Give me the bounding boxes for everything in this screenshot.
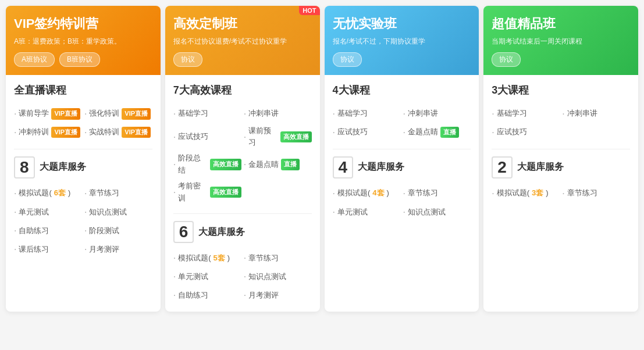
course-grid: 基础学习冲刺串讲应试技巧 xyxy=(492,106,630,140)
service-item: 月考测评 xyxy=(244,287,312,303)
course-item: 应试技巧 xyxy=(492,125,560,140)
header-buttons: 协议 xyxy=(333,52,471,67)
course-item: 冲刺串讲 xyxy=(244,106,312,122)
service-title: 大题库服务 xyxy=(40,161,86,173)
course-item: 金题点睛直播 xyxy=(403,125,471,140)
course-item-text: 考前密训 xyxy=(178,180,207,205)
course-item-text: 金题点睛 xyxy=(408,126,438,138)
section-divider xyxy=(333,149,471,149)
course-badge: 直播 xyxy=(281,159,300,170)
service-item: 自助练习 xyxy=(173,287,241,303)
course-grid: 基础学习冲刺串讲应试技巧课前预习高效直播阶段总结高效直播金题点睛直播考前密训高效… xyxy=(173,106,312,204)
course-item: 阶段总结高效直播 xyxy=(173,152,241,177)
course-item: 冲刺串讲 xyxy=(562,106,630,122)
course-badge: 直播 xyxy=(440,127,459,138)
service-highlight: 6套 xyxy=(54,187,66,199)
service-grid: 模拟试题(5套)章节练习单元测试知识点测试自助练习月考测评 xyxy=(173,250,312,303)
main-container: VIP签约特训营A班：退费政策；B班：重学政策。A班协议B班协议全直播课程课前导… xyxy=(6,6,638,312)
header-buttons: 协议 xyxy=(173,52,312,67)
course-badge: 高效直播 xyxy=(210,187,241,198)
course-badge: VIP直播 xyxy=(122,108,151,120)
card-subtitle: 当期考试结束后一周关闭课程 xyxy=(492,36,630,47)
card-chaozhi: 超值精品班当期考试结束后一周关闭课程协议3大课程基础学习冲刺串讲应试技巧2大题库… xyxy=(483,6,638,312)
service-item: 自助练习 xyxy=(14,223,82,238)
service-grid: 模拟试题(4套)章节练习单元测试知识点测试 xyxy=(333,185,471,220)
section-divider xyxy=(14,149,152,149)
service-title: 大题库服务 xyxy=(517,161,564,173)
agreement-button[interactable]: 协议 xyxy=(492,52,521,67)
service-num-title: 4大题库服务 xyxy=(333,156,471,178)
service-item: 章节练习 xyxy=(84,185,152,201)
course-item-text: 基础学习 xyxy=(497,108,527,120)
course-badge: 高效直播 xyxy=(280,131,312,143)
course-grid: 课前导学VIP直播强化特训VIP直播冲刺特训VIP直播实战特训VIP直播 xyxy=(14,106,152,140)
course-item-text: 基础学习 xyxy=(178,108,208,120)
card-subtitle: 报名/考试不过，下期协议重学 xyxy=(333,36,471,47)
service-item: 课后练习 xyxy=(14,241,82,257)
service-item: 章节练习 xyxy=(562,185,630,201)
service-item: 模拟试题(5套) xyxy=(173,250,241,266)
service-item: 阶段测试 xyxy=(84,223,152,238)
course-item: 应试技巧 xyxy=(173,125,241,149)
course-section-title: 7大高效课程 xyxy=(173,83,312,99)
card-header-wuyou: 无忧实验班报名/考试不过，下期协议重学协议 xyxy=(325,6,479,75)
course-item-text: 强化特训 xyxy=(89,108,119,120)
card-title: 超值精品班 xyxy=(492,15,630,33)
card-title: VIP签约特训营 xyxy=(14,15,152,33)
course-item: 考前密训高效直播 xyxy=(173,180,241,205)
service-count: 8 xyxy=(14,156,35,178)
card-body-chaozhi: 3大课程基础学习冲刺串讲应试技巧2大题库服务模拟试题(3套)章节练习 xyxy=(483,75,638,209)
card-title: 无忧实验班 xyxy=(333,15,471,33)
service-highlight: 4套 xyxy=(372,187,384,199)
course-badge: 高效直播 xyxy=(210,159,241,170)
course-item-text: 应试技巧 xyxy=(497,126,527,138)
service-item: 知识点测试 xyxy=(244,269,312,284)
agreement-button[interactable]: 协议 xyxy=(173,52,202,67)
service-grid: 模拟试题(6套)章节练习单元测试知识点测试自助练习阶段测试课后练习月考测评 xyxy=(14,185,152,258)
hot-badge: HOT xyxy=(299,6,319,15)
card-header-chaozhi: 超值精品班当期考试结束后一周关闭课程协议 xyxy=(483,6,638,75)
course-item: 基础学习 xyxy=(492,106,560,122)
course-item-text: 阶段总结 xyxy=(178,152,207,177)
section-divider xyxy=(492,149,630,149)
service-title: 大题库服务 xyxy=(198,226,245,238)
course-item: 课前导学VIP直播 xyxy=(14,106,82,122)
course-item-text: 应试技巧 xyxy=(337,126,368,138)
agreement-button[interactable]: 协议 xyxy=(333,52,362,67)
service-item: 章节练习 xyxy=(403,185,471,201)
card-header-gaoxiao: HOT高效定制班报名不过协议退费/考试不过协议重学协议 xyxy=(165,6,320,75)
service-item: 模拟试题(4套) xyxy=(333,185,401,201)
service-item: 模拟试题(6套) xyxy=(14,185,82,201)
service-count: 6 xyxy=(173,221,194,243)
agreement-button[interactable]: A班协议 xyxy=(14,52,55,67)
course-item: 冲刺串讲 xyxy=(403,106,471,122)
course-item: 冲刺特训VIP直播 xyxy=(14,125,82,140)
course-section-title: 3大课程 xyxy=(492,83,630,99)
card-wuyou: 无忧实验班报名/考试不过，下期协议重学协议4大课程基础学习冲刺串讲应试技巧金题点… xyxy=(325,6,479,312)
agreement-button[interactable]: B班协议 xyxy=(59,52,100,67)
service-item: 月考测评 xyxy=(84,241,152,257)
course-item-text: 基础学习 xyxy=(337,108,368,120)
course-item-text: 应试技巧 xyxy=(178,131,208,143)
card-body-wuyou: 4大课程基础学习冲刺串讲应试技巧金题点睛直播4大题库服务模拟试题(4套)章节练习… xyxy=(325,75,479,228)
card-subtitle: 报名不过协议退费/考试不过协议重学 xyxy=(173,36,312,47)
service-item: 章节练习 xyxy=(244,250,312,266)
service-highlight: 5套 xyxy=(214,252,225,265)
course-item: 实战特训VIP直播 xyxy=(84,125,152,140)
card-subtitle: A班：退费政策；B班：重学政策。 xyxy=(14,36,152,47)
course-item-text: 冲刺串讲 xyxy=(567,108,597,120)
service-highlight: 3套 xyxy=(532,187,543,199)
course-badge: VIP直播 xyxy=(122,127,151,138)
course-item-text: 课前导学 xyxy=(19,108,49,120)
course-section-title: 全直播课程 xyxy=(14,83,152,99)
card-body-gaoxiao: 7大高效课程基础学习冲刺串讲应试技巧课前预习高效直播阶段总结高效直播金题点睛直播… xyxy=(165,75,320,312)
service-count: 2 xyxy=(492,156,513,178)
card-gaoxiao: HOT高效定制班报名不过协议退费/考试不过协议重学协议7大高效课程基础学习冲刺串… xyxy=(165,6,320,312)
service-num-title: 8大题库服务 xyxy=(14,156,152,178)
service-item: 模拟试题(3套) xyxy=(492,185,560,201)
card-title: 高效定制班 xyxy=(173,15,312,33)
course-section-title: 4大课程 xyxy=(333,83,471,99)
course-grid: 基础学习冲刺串讲应试技巧金题点睛直播 xyxy=(333,106,471,140)
course-item-text: 冲刺串讲 xyxy=(408,108,438,120)
service-item: 知识点测试 xyxy=(403,204,471,220)
